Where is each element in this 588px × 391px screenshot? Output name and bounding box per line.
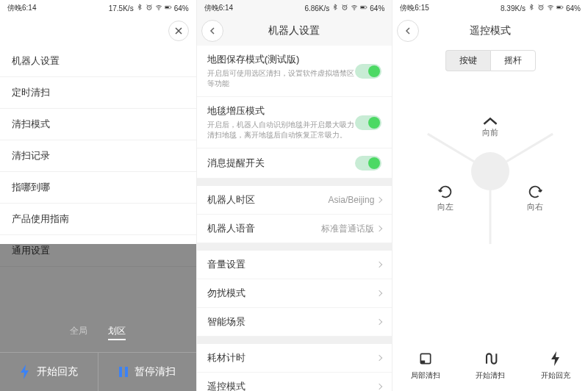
chevron-right-icon: [376, 290, 382, 296]
row-title: 地毯增压模式: [207, 104, 356, 118]
chevron-right-icon: [376, 319, 382, 325]
row-title: 耗材计时: [207, 351, 245, 365]
menu-item-goto-spot[interactable]: 指哪到哪: [0, 172, 196, 204]
back-button[interactable]: [397, 20, 419, 42]
action-spot-clean[interactable]: 局部清扫: [411, 351, 440, 381]
menu-item-user-guide[interactable]: 产品使用指南: [0, 204, 196, 235]
row-smart-scene[interactable]: 智能场景: [197, 308, 392, 337]
action-recharge[interactable]: 开始回充: [541, 351, 570, 381]
wifi-icon: [351, 4, 358, 12]
status-battery: 64%: [370, 4, 384, 12]
row-carpet-boost[interactable]: 地毯增压模式 开启后，机器人自动识别地毯并开启最大吸力清扫地毯，离开地毯后自动恢…: [197, 97, 392, 148]
alarm-icon: [146, 4, 153, 12]
alarm-icon: [341, 4, 348, 12]
action-pause[interactable]: 暂停清扫: [98, 353, 196, 391]
svg-rect-10: [367, 7, 368, 7]
dpad-left-label: 向左: [437, 184, 453, 212]
bluetooth-icon: [528, 4, 535, 12]
close-row: [0, 16, 196, 46]
menu-item-clean-mode[interactable]: 清扫模式: [0, 109, 196, 140]
status-speed: 17.5K/s: [109, 4, 134, 12]
status-time: 傍晚6:15: [400, 3, 429, 13]
alarm-icon: [537, 4, 545, 12]
chevron-right-icon: [376, 226, 382, 232]
action-recharge[interactable]: 开始回充: [0, 353, 98, 391]
action-label: 局部清扫: [411, 370, 440, 381]
row-value: Asia/Beijing: [329, 195, 375, 205]
svg-rect-11: [361, 7, 365, 8]
row-title: 智能场景: [207, 315, 245, 329]
svg-rect-3: [171, 7, 171, 7]
battery-icon: [360, 4, 368, 12]
close-button[interactable]: [168, 21, 189, 41]
svg-point-1: [158, 10, 159, 10]
svg-rect-5: [119, 367, 122, 377]
bottom-actions: 局部清扫 开始清扫 开始回充: [392, 351, 588, 381]
action-pause-label: 暂停清扫: [135, 365, 176, 379]
menu-item-clean-history[interactable]: 清扫记录: [0, 140, 196, 172]
row-map-save[interactable]: 地图保存模式(测试版) 开启后可使用选区清扫，设置软件虚拟墙禁区等功能: [197, 46, 392, 97]
row-title: 机器人时区: [207, 193, 255, 207]
segment-full[interactable]: 全局: [70, 325, 87, 340]
dpad-forward-label: 向前: [482, 117, 498, 138]
svg-rect-15: [563, 7, 564, 7]
row-title: 勿扰模式: [207, 287, 245, 300]
row-timezone[interactable]: 机器人时区 Asia/Beijing: [197, 186, 392, 215]
rotate-ccw-icon: [437, 184, 453, 200]
underlay-dimmed: 全局 划区 开始回充 暂停清扫: [0, 244, 196, 391]
chevron-right-icon: [376, 355, 382, 361]
row-title: 消息提醒开关: [207, 157, 356, 170]
row-notification[interactable]: 消息提醒开关: [197, 148, 392, 179]
status-battery: 64%: [174, 4, 189, 12]
status-speed: 6.86K/s: [304, 4, 329, 12]
svg-rect-4: [165, 7, 169, 8]
svg-rect-6: [125, 367, 128, 377]
status-bar: 傍晚6:14 17.5K/s 64%: [0, 0, 196, 16]
tab-buttons[interactable]: 按键: [445, 50, 490, 71]
row-desc: 开启后，机器人自动识别地毯并开启最大吸力清扫地毯，离开地毯后自动恢复正常吸力。: [207, 120, 356, 140]
svg-rect-16: [557, 7, 561, 8]
page-header: 遥控模式: [392, 16, 588, 46]
chevron-left-icon: [404, 27, 412, 35]
battery-icon: [556, 4, 564, 12]
row-dnd[interactable]: 勿扰模式: [197, 279, 392, 308]
action-start-clean[interactable]: 开始清扫: [476, 351, 505, 381]
dpad-right-label: 向右: [527, 184, 543, 212]
toggle-notification[interactable]: [355, 156, 381, 171]
settings-list: 地图保存模式(测试版) 开启后可使用选区清扫，设置软件虚拟墙禁区等功能 地毯增压…: [197, 46, 392, 391]
action-label: 开始清扫: [476, 370, 505, 381]
panel-robot-settings: 傍晚6:14 6.86K/s 64% 机器人设置 地图保存模式(测试版) 开启后…: [196, 0, 392, 391]
row-title: 机器人语音: [207, 222, 255, 235]
svg-rect-23: [420, 361, 425, 364]
status-time: 傍晚6:14: [7, 3, 36, 13]
row-voice[interactable]: 机器人语音 标准普通话版: [197, 215, 392, 243]
panel-remote-control: 傍晚6:15 8.39K/s 64% 遥控模式 按键 摇杆: [392, 0, 588, 391]
pause-icon: [118, 366, 129, 378]
status-speed: 8.39K/s: [501, 4, 526, 12]
dpad: 向前 向左 向右: [417, 98, 564, 245]
back-button[interactable]: [201, 20, 223, 42]
tab-joystick[interactable]: 摇杆: [490, 50, 536, 71]
chevron-right-icon: [376, 262, 382, 268]
row-volume[interactable]: 音量设置: [197, 251, 392, 279]
spot-clean-icon: [418, 351, 433, 366]
toggle-map-save[interactable]: [355, 64, 381, 79]
menu-list: 机器人设置 定时清扫 清扫模式 清扫记录 指哪到哪 产品使用指南 通用设置: [0, 46, 196, 267]
bolt-icon: [550, 351, 562, 366]
toggle-carpet-boost[interactable]: [355, 115, 381, 130]
page-title: 遥控模式: [392, 24, 588, 37]
row-consumables[interactable]: 耗材计时: [197, 344, 392, 373]
status-time: 傍晚6:14: [204, 3, 233, 13]
row-remote-mode[interactable]: 遥控模式: [197, 373, 392, 391]
menu-item-robot-settings[interactable]: 机器人设置: [0, 46, 196, 77]
svg-point-13: [550, 10, 551, 10]
segment-zone[interactable]: 划区: [108, 325, 126, 340]
chevron-left-icon: [209, 27, 216, 35]
menu-item-scheduled-clean[interactable]: 定时清扫: [0, 77, 196, 109]
row-title: 遥控模式: [207, 380, 245, 391]
action-row: 开始回充 暂停清扫: [0, 352, 196, 391]
status-battery: 64%: [566, 4, 581, 12]
action-recharge-label: 开始回充: [37, 365, 78, 379]
battery-icon: [165, 4, 172, 12]
chevron-right-icon: [376, 384, 382, 390]
